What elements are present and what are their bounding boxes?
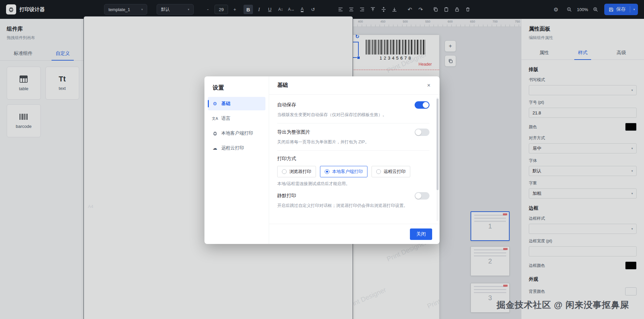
- gear-icon: ⚙: [212, 101, 218, 106]
- language-icon: 文A: [212, 116, 218, 121]
- print-mode-local-client[interactable]: 本地客户端打印: [320, 166, 367, 177]
- autosave-toggle[interactable]: [415, 101, 429, 109]
- setting-label: 导出为整张图片: [277, 129, 310, 135]
- radio-icon: [376, 169, 381, 174]
- settings-menu-basic[interactable]: ⚙ 基础: [208, 97, 265, 110]
- close-icon: ×: [427, 82, 430, 89]
- printer-icon: [212, 131, 218, 136]
- close-settings-button[interactable]: 关闭: [410, 228, 432, 240]
- setting-description: 当模版发生变更时自动保存（仅对已保存过的模板生效）。: [277, 112, 429, 118]
- print-mode-options: 浏览器打印 本地客户端打印 远程云打印: [277, 166, 429, 177]
- setting-autosave: 自动保存: [277, 101, 429, 109]
- divider: [277, 123, 429, 123]
- setting-description: 开启后跳过自定义打印对话框；浏览器打印仍会弹出浏览器打印设置。: [277, 203, 429, 209]
- menu-item-label: 基础: [221, 101, 230, 107]
- radio-label: 远程云打印: [384, 169, 406, 175]
- settings-content: 基础 × 自动保存 当模版发生变更时自动保存（仅对已保存过的模板生效）。 导出为…: [269, 76, 440, 244]
- setting-label: 自动保存: [277, 102, 296, 108]
- setting-label: 静默打印: [277, 193, 296, 199]
- modal-scrollbar[interactable]: [437, 97, 439, 221]
- app-root: 打印设计器 template_1 ▾ 默认 ▾ - 29 + B I U A↕ …: [0, 0, 644, 319]
- menu-item-label: 语言: [221, 115, 230, 121]
- print-mode-label: 打印方式: [277, 156, 429, 162]
- settings-menu: 设置 ⚙ 基础 文A 语言 本地客户端打印 ☁ 远程云打印: [204, 76, 269, 244]
- settings-dialog-title: 设置: [208, 82, 265, 97]
- setting-description: 关闭后将每一页导出为单张图片，并打包为 ZIP。: [277, 139, 429, 145]
- export-image-toggle[interactable]: [415, 129, 429, 136]
- menu-item-label: 远程云打印: [221, 145, 244, 151]
- divider: [277, 150, 429, 151]
- print-mode-hint: 本地/远程需连接测试成功后才能启用。: [277, 181, 429, 187]
- print-mode-remote-cloud[interactable]: 远程云打印: [372, 166, 410, 177]
- setting-silent-print: 静默打印: [277, 192, 429, 200]
- cloud-icon: ☁: [212, 145, 218, 151]
- radio-label: 浏览器打印: [289, 169, 311, 175]
- silent-print-toggle[interactable]: [415, 192, 429, 200]
- settings-footer: 关闭: [269, 224, 440, 244]
- print-mode-browser[interactable]: 浏览器打印: [277, 166, 316, 177]
- settings-dialog: 设置 ⚙ 基础 文A 语言 本地客户端打印 ☁ 远程云打印 基础 ×: [204, 76, 440, 244]
- radio-label: 本地客户端打印: [332, 169, 363, 175]
- setting-export-image: 导出为整张图片: [277, 129, 429, 136]
- radio-icon: [325, 169, 329, 174]
- modal-scrollbar-thumb[interactable]: [437, 99, 439, 190]
- settings-body: 自动保存 当模版发生变更时自动保存（仅对已保存过的模板生效）。 导出为整张图片 …: [269, 95, 440, 224]
- settings-menu-language[interactable]: 文A 语言: [208, 112, 265, 125]
- menu-item-label: 本地客户端打印: [221, 130, 253, 136]
- radio-icon: [282, 169, 287, 174]
- settings-menu-cloud-print[interactable]: ☁ 远程云打印: [208, 141, 265, 155]
- settings-menu-local-print[interactable]: 本地客户端打印: [208, 127, 265, 140]
- settings-content-header: 基础 ×: [269, 76, 440, 95]
- settings-section-title: 基础: [277, 82, 288, 89]
- close-button[interactable]: ×: [424, 81, 433, 90]
